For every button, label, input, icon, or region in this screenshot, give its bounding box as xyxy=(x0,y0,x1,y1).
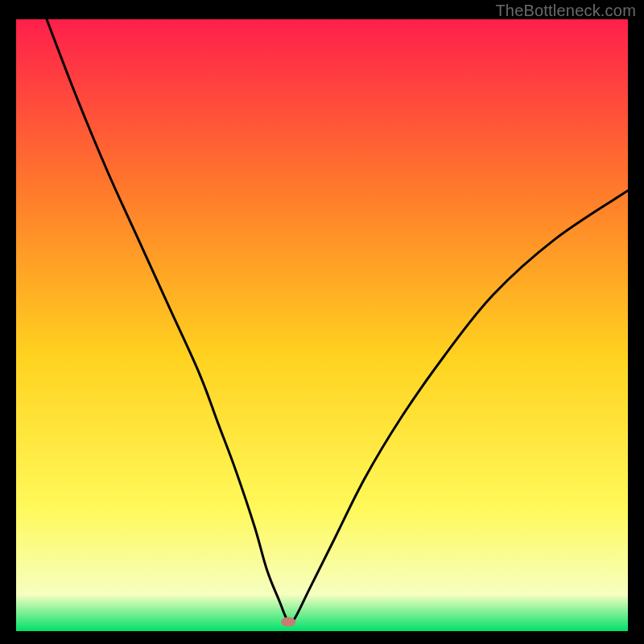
watermark-text: TheBottleneck.com xyxy=(495,2,636,20)
gradient-background xyxy=(16,19,628,631)
chart-frame: TheBottleneck.com xyxy=(0,0,644,644)
optimal-point-marker xyxy=(281,617,295,627)
bottleneck-plot xyxy=(16,19,628,631)
